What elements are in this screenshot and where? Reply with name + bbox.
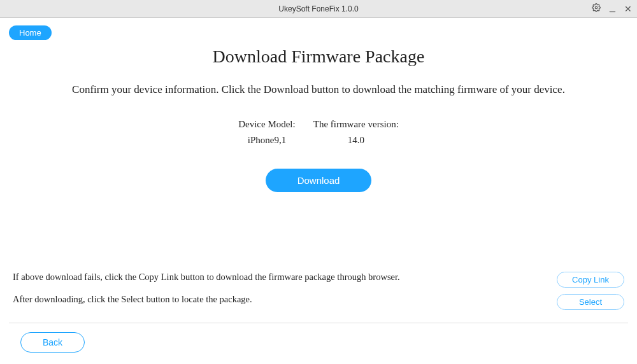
svg-point-0 bbox=[595, 6, 598, 9]
firmware-version-value: 14.0 bbox=[313, 135, 399, 146]
main-area: Download Firmware Package Confirm your d… bbox=[9, 40, 628, 272]
titlebar-controls: _ ✕ bbox=[592, 3, 632, 15]
select-button[interactable]: Select bbox=[557, 294, 624, 310]
device-info: Device Model: iPhone9,1 The firmware ver… bbox=[238, 119, 399, 146]
footer: Back bbox=[9, 323, 628, 364]
titlebar: UkeySoft FoneFix 1.0.0 _ ✕ bbox=[0, 0, 637, 18]
back-button[interactable]: Back bbox=[20, 332, 85, 353]
device-model-col: Device Model: iPhone9,1 bbox=[238, 119, 296, 146]
download-button[interactable]: Download bbox=[266, 169, 372, 192]
bottom-section: If above download fails, click the Copy … bbox=[9, 272, 628, 316]
content-area: Home Download Firmware Package Confirm y… bbox=[0, 18, 637, 364]
page-title: Download Firmware Package bbox=[213, 46, 425, 67]
hint-text: If above download fails, click the Copy … bbox=[13, 272, 400, 316]
device-model-label: Device Model: bbox=[238, 119, 296, 130]
side-buttons: Copy Link Select bbox=[557, 272, 624, 310]
copy-link-button[interactable]: Copy Link bbox=[557, 272, 624, 288]
firmware-version-col: The firmware version: 14.0 bbox=[313, 119, 399, 146]
hint-line-1: If above download fails, click the Copy … bbox=[13, 272, 400, 283]
close-icon[interactable]: ✕ bbox=[624, 4, 632, 14]
hint-line-2: After downloading, click the Select butt… bbox=[13, 294, 400, 305]
minimize-icon[interactable]: _ bbox=[610, 4, 615, 10]
settings-icon[interactable] bbox=[592, 3, 601, 15]
page-subtitle: Confirm your device information. Click t… bbox=[72, 83, 565, 96]
device-model-value: iPhone9,1 bbox=[238, 135, 296, 146]
home-button[interactable]: Home bbox=[9, 25, 52, 40]
app-title: UkeySoft FoneFix 1.0.0 bbox=[278, 4, 358, 13]
firmware-version-label: The firmware version: bbox=[313, 119, 399, 130]
